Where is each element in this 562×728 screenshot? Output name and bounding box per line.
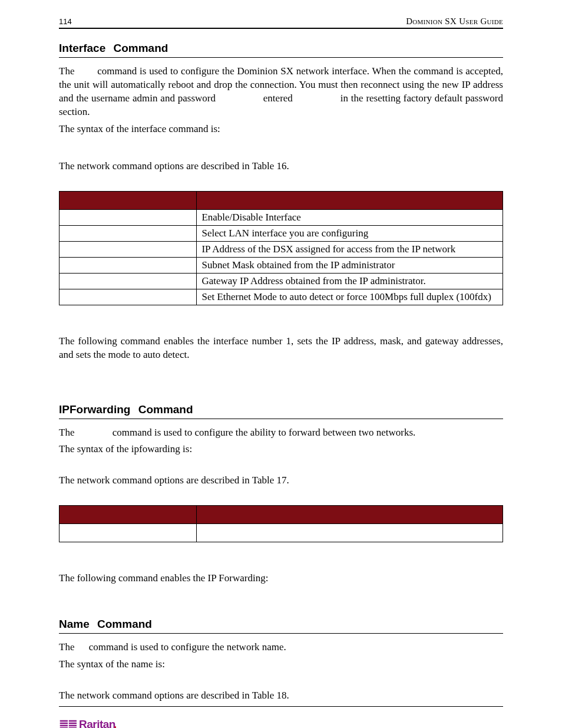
paragraph: The syntax of the ipfowarding is: <box>59 443 503 456</box>
table-header <box>59 506 197 524</box>
table-header-row <box>59 506 503 524</box>
table-cell <box>59 257 197 273</box>
paragraph: The network command options are describe… <box>59 689 503 707</box>
page-number: 114 <box>59 17 72 26</box>
section-heading-name: Name Command <box>59 618 503 634</box>
table-cell <box>197 524 503 542</box>
table-cell: IP Address of the DSX assigned for acces… <box>197 241 503 257</box>
paragraph: The syntax of the interface command is: <box>59 123 503 136</box>
table-row: IP Address of the DSX assigned for acces… <box>59 241 503 257</box>
footer-logo: ≣≣ Raritan. <box>59 717 503 728</box>
table-row <box>59 524 503 542</box>
table-cell <box>59 524 197 542</box>
brand-dot: . <box>114 718 117 728</box>
table-cell <box>59 209 197 225</box>
brand-name: Raritan <box>79 718 115 728</box>
paragraph: The following command enables the interf… <box>59 335 503 362</box>
raritan-icon: ≣≣ <box>59 717 77 728</box>
paragraph: The syntax of the name is: <box>59 658 503 671</box>
table-row: Enable/Disable Interface <box>59 209 503 225</box>
paragraph: The network command options are describe… <box>59 160 503 173</box>
table-cell: Subnet Mask obtained from the IP adminis… <box>197 257 503 273</box>
table-cell: Select LAN interface you are configuring <box>197 225 503 241</box>
table-ipforwarding-options <box>59 505 503 542</box>
table-cell <box>59 225 197 241</box>
table-row: Set Ethernet Mode to auto detect or forc… <box>59 289 503 305</box>
paragraph: The command is used to configure the net… <box>59 641 503 654</box>
table-header <box>197 506 503 524</box>
table-header-row <box>59 191 503 209</box>
table-row: Subnet Mask obtained from the IP adminis… <box>59 257 503 273</box>
section-heading-interface: Interface Command <box>59 42 503 58</box>
doc-title: Dominion SX User Guide <box>406 17 503 27</box>
paragraph: The network command options are describe… <box>59 474 503 487</box>
table-cell: Enable/Disable Interface <box>197 209 503 225</box>
paragraph: The command is used to configure the Dom… <box>59 65 503 119</box>
table-row: Select LAN interface you are configuring <box>59 225 503 241</box>
section-heading-ipforwarding: IPForwarding Command <box>59 403 503 419</box>
table-row: Gateway IP Address obtained from the IP … <box>59 273 503 289</box>
table-cell <box>59 241 197 257</box>
table-cell: Set Ethernet Mode to auto detect or forc… <box>197 289 503 305</box>
page-header: 114 Dominion SX User Guide <box>59 17 503 29</box>
table-interface-options: Enable/Disable Interface Select LAN inte… <box>59 191 503 305</box>
paragraph: The command is used to configure the abi… <box>59 426 503 440</box>
table-cell <box>59 289 197 305</box>
table-cell <box>59 273 197 289</box>
table-header <box>197 191 503 209</box>
table-header <box>59 191 197 209</box>
table-cell: Gateway IP Address obtained from the IP … <box>197 273 503 289</box>
paragraph: The following command enables the IP For… <box>59 572 503 585</box>
